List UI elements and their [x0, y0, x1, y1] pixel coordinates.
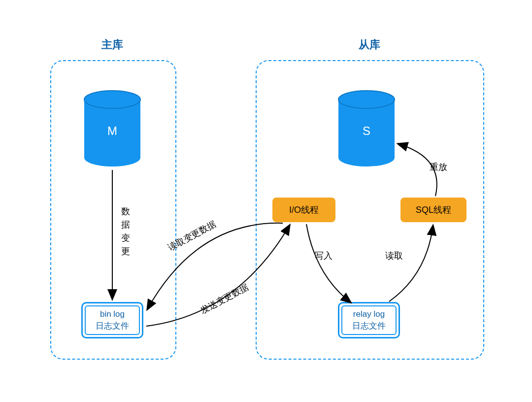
- master-title: 主库: [98, 37, 127, 52]
- binlog-line1: bin log: [100, 309, 125, 319]
- binlog-line2: 日志文件: [96, 320, 129, 332]
- relaylog-line2: 日志文件: [352, 320, 386, 332]
- label-replay: 重放: [430, 161, 447, 173]
- relaylog-box: relay log 日志文件: [338, 302, 400, 338]
- label-write: 写入: [315, 250, 332, 262]
- label-send-changes: 发送变更数据: [198, 281, 251, 317]
- io-thread-box: I/O线程: [272, 198, 335, 222]
- slave-db-label: S: [337, 124, 396, 138]
- sql-thread-label: SQL线程: [416, 204, 451, 216]
- master-db-icon: M: [83, 90, 141, 168]
- slave-db-icon: S: [337, 90, 396, 168]
- label-read: 读取: [385, 250, 403, 262]
- sql-thread-box: SQL线程: [400, 198, 466, 222]
- io-thread-label: I/O线程: [289, 204, 319, 216]
- slave-title: 从库: [355, 37, 384, 52]
- label-data-change: 数 据 变 更: [121, 205, 130, 258]
- binlog-box: bin log 日志文件: [81, 302, 143, 338]
- relaylog-line1: relay log: [353, 309, 385, 319]
- svg-point-2: [84, 149, 140, 167]
- master-db-label: M: [83, 124, 141, 138]
- svg-point-6: [338, 149, 395, 167]
